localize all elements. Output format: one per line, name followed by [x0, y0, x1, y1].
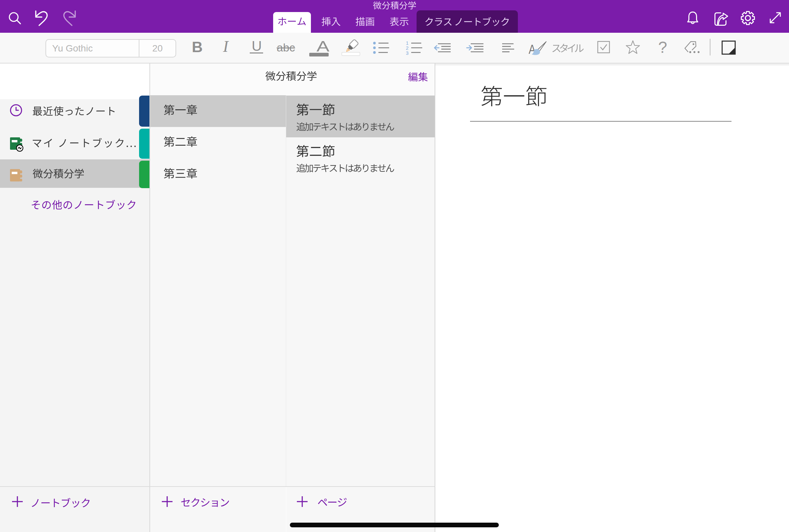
svg-text:1: 1 [406, 40, 409, 46]
svg-text:3: 3 [406, 51, 409, 56]
